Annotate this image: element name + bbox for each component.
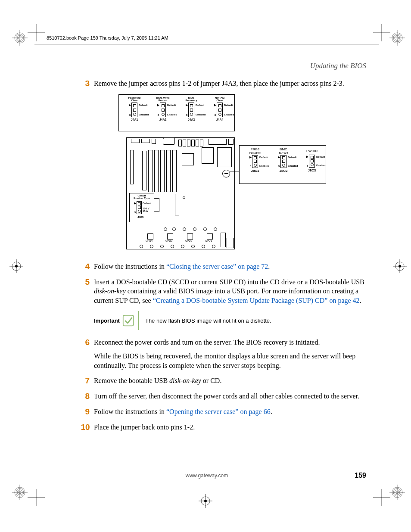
svg-point-31	[399, 265, 401, 268]
step-text-3: Remove the jumper across pins 1-2 of jum…	[94, 79, 344, 88]
rule-top	[34, 44, 379, 44]
jumper-ref-j4a1: J4A1	[121, 118, 147, 121]
step-text-6: Reconnect the power cords and turn on th…	[94, 338, 366, 370]
side-jumper-title-2: BMCReset	[271, 147, 296, 155]
callout-important: Important The new flash BIOS image will …	[94, 311, 366, 330]
cpu-label-2: CPU2	[185, 240, 192, 242]
inset-title: CircuitBreaker Type	[131, 194, 152, 199]
step-num-4: 4	[78, 262, 90, 271]
jumper-ref-j4a3: J4A3	[178, 118, 204, 121]
callout-label: Important	[94, 317, 120, 324]
step-num-7: 7	[78, 376, 90, 386]
jumper-title-j4a3: BIOSRecovery	[178, 96, 204, 102]
cpu-label-3: CPU3	[165, 240, 172, 242]
jumper-pin3: 3	[129, 114, 131, 116]
side-jumper-title-3: FWHID	[299, 147, 325, 153]
step-9: 9 Follow the instructions in “Opening th…	[78, 407, 366, 417]
crop-rosette-tl	[11, 29, 28, 47]
link-sup-cd[interactable]: “Creating a DOS-bootable System Update P…	[153, 297, 360, 304]
jumper-ref-j4a4: J4A4	[207, 118, 233, 121]
jumper-diagram: PasswordClear ▶ Default Enabled 3 J4A1	[78, 94, 366, 252]
reg-target-right	[391, 258, 408, 275]
crop-corner-br	[373, 489, 390, 506]
side-jumper-ref-2: J8C2	[271, 169, 296, 173]
step-text-8: Turn off the server, then disconnect the…	[94, 392, 359, 401]
step-7: 7 Remove the bootable USB disk-on-key or…	[78, 376, 366, 386]
step-num-8: 8	[78, 392, 90, 401]
motherboard-outline: CircuitBreaker Type ▶ 3 Default 100 V15 …	[126, 137, 235, 249]
crop-corner-bl	[28, 489, 45, 506]
step-8: 8 Turn off the server, then disconnect t…	[78, 392, 366, 401]
running-head: 8510702.book Page 159 Thursday, July 7, …	[47, 35, 379, 40]
step-text-4: Follow the instructions in “Closing the …	[94, 262, 270, 271]
link-opening-case[interactable]: “Opening the server case” on page 66	[166, 408, 271, 415]
svg-point-35	[204, 500, 207, 502]
step-num-9: 9	[78, 407, 90, 417]
checkmark-icon	[122, 314, 134, 327]
jumper-opt-default: Default	[139, 104, 147, 106]
step-6: 6 Reconnect the power cords and turn on …	[78, 338, 366, 370]
crop-rosette-bl	[11, 484, 28, 501]
inset-opt2: 100 V15 A	[143, 207, 149, 212]
crop-rosette-br	[389, 484, 406, 501]
svg-rect-37	[123, 315, 134, 326]
jumper-opt-enabled: Enabled	[139, 113, 149, 116]
callout-marker	[222, 170, 230, 177]
step-num-10: 10	[78, 423, 90, 432]
step-text-5: Insert a DOS-bootable CD (SCCD or curren…	[94, 277, 366, 305]
step-10: 10 Place the jumper back onto pins 1-2.	[78, 423, 366, 432]
link-closing-case[interactable]: “Closing the server case” on page 72	[166, 263, 268, 270]
inset-opt1: Default	[143, 202, 151, 205]
leader-line	[230, 170, 239, 173]
footer-url: www.gateway.com	[34, 473, 379, 479]
reg-target-bottom	[197, 492, 214, 510]
side-jumper-ref-1: J8C1	[242, 169, 268, 173]
step-5: 5 Insert a DOS-bootable CD (SCCD or curr…	[78, 277, 366, 305]
inset-ref: J4E3	[137, 216, 143, 218]
cpu-label-4: CPU4	[146, 240, 153, 242]
svg-point-27	[15, 265, 18, 268]
step-3: 3 Remove the jumper across pins 1-2 of j…	[78, 79, 366, 88]
section-title: Updating the BIOS	[34, 62, 366, 70]
side-jumper-ref-3: J8C3	[299, 168, 325, 172]
crop-rosette-tr	[389, 29, 406, 47]
side-jumper-title-1: FRB3Disable	[242, 147, 268, 155]
reg-target-left	[8, 258, 25, 275]
cpu-label-1: CPU1	[205, 240, 212, 242]
step-num-6: 6	[78, 338, 90, 347]
footer-page-number: 159	[355, 472, 366, 479]
step-text-10: Place the jumper back onto pins 1-2.	[94, 423, 195, 432]
callout-text: The new flash BIOS image will not fit on…	[145, 317, 271, 324]
jumper-title-j4a2: BIOS WriteProtect	[150, 96, 176, 102]
step-text-9: Follow the instructions in “Opening the …	[94, 407, 272, 417]
jumper-ref-j4a2: J4A2	[150, 118, 176, 121]
jumper-title-j4a4: NVRAMClear	[207, 96, 233, 102]
page-footer: www.gateway.com 159	[34, 473, 379, 479]
step-4: 4 Follow the instructions in “Closing th…	[78, 262, 366, 271]
step-num-5: 5	[78, 277, 90, 287]
step-text-7: Remove the bootable USB disk-on-key or C…	[94, 376, 221, 386]
callout-divider	[138, 311, 139, 330]
jumper-title-j4a1: PasswordClear	[121, 96, 147, 102]
step-num-3: 3	[78, 79, 90, 88]
